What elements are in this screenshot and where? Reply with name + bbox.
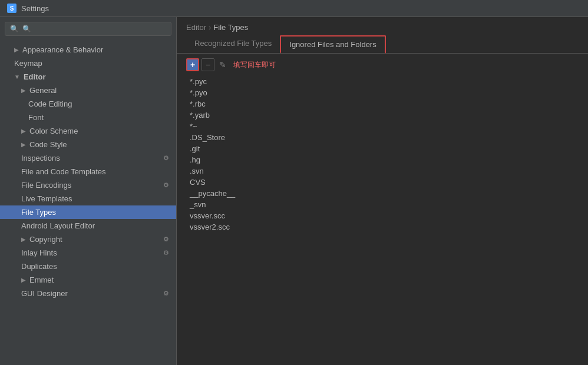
sidebar-item-font[interactable]: Font	[0, 111, 176, 124]
breadcrumb: Editor › File Types	[177, 17, 588, 35]
sidebar-item-editor[interactable]: ▼ Editor	[0, 70, 176, 84]
app-icon: S	[7, 4, 16, 13]
sidebar-item-gui-designer[interactable]: GUI Designer ⚙	[0, 287, 176, 300]
tabs-row: Recognized File Types Ignored Files and …	[177, 35, 588, 54]
sidebar-item-inspections[interactable]: Inspections ⚙	[0, 151, 176, 165]
search-input[interactable]	[22, 25, 166, 33]
list-item: .hg	[186, 154, 579, 165]
sidebar-item-emmet[interactable]: ▶ Emmet	[0, 273, 176, 287]
chevron-right-icon-codestyle: ▶	[21, 141, 26, 148]
sidebar-item-duplicates[interactable]: Duplicates	[0, 260, 176, 273]
chevron-right-icon-emmet: ▶	[21, 277, 26, 283]
sidebar: 🔍 ▶ Appearance & Behavior Keymap ▼ Edito…	[0, 17, 177, 365]
sidebar-item-code-style[interactable]: ▶ Code Style	[0, 138, 176, 151]
chevron-right-icon-color: ▶	[21, 128, 26, 134]
main-content: 🔍 ▶ Appearance & Behavior Keymap ▼ Edito…	[0, 17, 588, 365]
file-list: *.pyc *.pyo *.rbc *.yarb *~ .DS_Store .g…	[186, 76, 579, 233]
settings-icon-inspections: ⚙	[163, 154, 169, 162]
breadcrumb-sep: ›	[209, 23, 211, 32]
remove-button[interactable]: −	[201, 58, 214, 71]
chevron-right-icon: ▶	[14, 47, 19, 53]
toolbar-row: + − ✎ 填写回车即可	[186, 58, 579, 71]
tab-ignored[interactable]: Ignored Files and Folders	[280, 35, 385, 54]
nav-tree: ▶ Appearance & Behavior Keymap ▼ Editor …	[0, 41, 176, 365]
settings-icon-inlay: ⚙	[163, 249, 169, 257]
list-item: vssver2.scc	[186, 221, 579, 233]
sidebar-item-keymap[interactable]: Keymap	[0, 57, 176, 70]
list-item: *.rbc	[186, 98, 579, 110]
list-item: *.pyc	[186, 76, 579, 87]
list-item: CVS	[186, 177, 579, 188]
list-item: .DS_Store	[186, 132, 579, 143]
title-bar: S Settings	[0, 0, 588, 17]
breadcrumb-current: File Types	[213, 23, 248, 32]
chevron-right-icon-general: ▶	[21, 87, 26, 94]
list-item: vssver.scc	[186, 210, 579, 221]
sidebar-item-inlay-hints[interactable]: Inlay Hints ⚙	[0, 246, 176, 260]
list-item: _svn	[186, 199, 579, 210]
edit-button[interactable]: ✎	[217, 59, 229, 71]
breadcrumb-editor: Editor	[186, 23, 206, 32]
settings-icon-encodings: ⚙	[163, 181, 169, 189]
list-item: *.yarb	[186, 110, 579, 121]
sidebar-item-general[interactable]: ▶ General	[0, 84, 176, 97]
sidebar-item-color-scheme[interactable]: ▶ Color Scheme	[0, 124, 176, 138]
list-item: *.pyo	[186, 87, 579, 98]
sidebar-item-file-code-templates[interactable]: File and Code Templates	[0, 165, 176, 178]
sidebar-item-copyright[interactable]: ▶ Copyright ⚙	[0, 233, 176, 246]
inline-hint-text: 填写回车即可	[233, 60, 276, 70]
tab-recognized[interactable]: Recognized File Types	[186, 35, 280, 54]
search-icon: 🔍	[10, 25, 19, 33]
settings-icon-copyright: ⚙	[163, 235, 169, 243]
chevron-down-icon: ▼	[14, 74, 20, 80]
sidebar-item-android-layout[interactable]: Android Layout Editor	[0, 219, 176, 233]
list-item: *~	[186, 121, 579, 132]
settings-icon-gui: ⚙	[163, 290, 169, 297]
sidebar-item-appearance[interactable]: ▶ Appearance & Behavior	[0, 43, 176, 57]
search-box[interactable]: 🔍	[5, 22, 171, 36]
main-panel: Editor › File Types Recognized File Type…	[177, 17, 588, 365]
list-item: .svn	[186, 165, 579, 177]
list-item: __pycache__	[186, 188, 579, 199]
add-button[interactable]: +	[186, 58, 199, 71]
sidebar-item-code-editing[interactable]: Code Editing	[0, 97, 176, 111]
sidebar-item-live-templates[interactable]: Live Templates	[0, 192, 176, 205]
list-item: .git	[186, 143, 579, 154]
title-bar-text: Settings	[21, 4, 49, 13]
chevron-right-icon-copyright: ▶	[21, 236, 26, 243]
panel-content: + − ✎ 填写回车即可 *.pyc *.pyo *.rbc *.yarb *~…	[177, 54, 588, 365]
sidebar-item-file-types[interactable]: File Types	[0, 205, 176, 219]
sidebar-item-file-encodings[interactable]: File Encodings ⚙	[0, 178, 176, 192]
